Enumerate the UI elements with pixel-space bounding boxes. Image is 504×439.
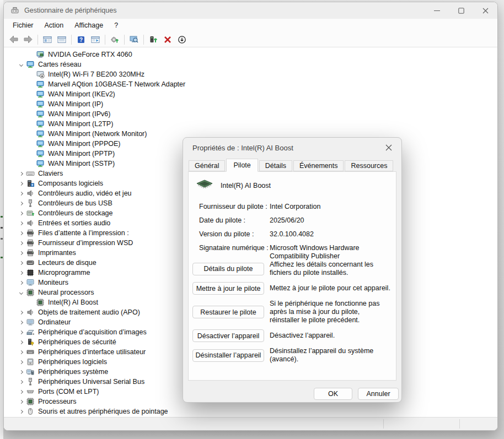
printer-icon [26,239,35,247]
ok-button[interactable]: OK [314,388,352,400]
tree-item[interactable]: Marvell AQtion 10GBASE-T Network Adapter [4,79,497,89]
tab-evenements[interactable]: Événements [293,160,344,171]
tree-item[interactable]: Cartes réseau [4,59,497,69]
menu-fichier[interactable]: Fichier [7,20,39,31]
chevron-right-icon[interactable] [16,238,26,248]
chevron-right-icon[interactable] [16,337,26,347]
tree-item-label: Périphériques logiciels [38,358,107,366]
tree-item[interactable]: WAN Miniport (L2TP) [4,119,497,129]
toolbar-separator [124,35,125,45]
tree-item-label: Ordinateur [38,318,71,326]
chevron-right-icon[interactable] [16,367,26,377]
tree-item-label: Lecteurs de disque [38,259,96,267]
tab-ressources[interactable]: Ressources [345,160,393,171]
chevron-right-icon[interactable] [16,397,26,407]
maximize-button[interactable] [449,2,473,19]
tree-item-label: Processeurs [38,398,76,405]
menu-action[interactable]: Action [39,20,69,31]
chevron-right-icon[interactable] [16,268,26,278]
close-button[interactable] [473,2,497,19]
chevron-right-icon[interactable] [16,307,26,317]
title-bar[interactable]: Gestionnaire de périphériques [4,2,497,19]
action-pane-icon[interactable] [88,33,103,46]
driver-action-row: Restaurer le piloteSi le périphérique ne… [192,300,391,324]
minimize-button[interactable] [425,2,449,19]
network-icon [36,149,45,158]
cancel-button[interactable]: Annuler [358,388,399,400]
update-driver-device-icon[interactable] [146,33,160,46]
console-tree-icon[interactable] [40,33,55,46]
chevron-down-icon[interactable] [16,288,26,297]
tab-pilote[interactable]: Pilote [226,159,258,172]
chevron-right-icon[interactable] [16,317,26,327]
chevron-right-icon[interactable] [16,387,26,397]
restaurer-le-pilote-button[interactable]: Restaurer le pilote [192,306,264,318]
properties-icon[interactable] [55,33,69,46]
menu-affichage[interactable]: Affichage [69,20,109,31]
tree-item-label: Périphériques système [38,368,108,376]
chevron-right-icon[interactable] [16,198,26,208]
chevron-right-icon[interactable] [16,278,26,288]
device-chip-icon [195,178,214,192]
chevron-right-icon[interactable] [16,248,26,258]
chevron-right-icon[interactable] [16,258,26,268]
forward-icon[interactable] [21,33,35,46]
chevron-down-icon[interactable] [16,59,26,69]
chip-icon [26,288,35,297]
desactiver-l-appareil-button[interactable]: Désactiver l’appareil [192,329,264,342]
status-divider [383,419,384,429]
tab-details[interactable]: Détails [259,160,292,171]
chevron-right-icon[interactable] [16,327,26,337]
tree-item-label: WAN Miniport (IPv6) [48,110,110,118]
dialog-close-icon[interactable] [383,142,395,154]
mettre-a-jour-le-pilote-button[interactable]: Mettre à jour le pilote [192,282,264,295]
desinstaller-l-appareil-button[interactable]: Désinstaller l’appareil [192,349,264,362]
network-icon [36,110,45,118]
device-manager-app-icon [10,6,19,15]
tree-item[interactable]: WAN Miniport (IP) [4,99,497,109]
tab-general[interactable]: Général [189,160,225,171]
menu-?[interactable]: ? [109,20,124,31]
tree-item-label: Intel(R) Wi-Fi 7 BE200 320MHz [48,71,144,78]
network-icon [36,80,45,89]
tree-item-label: Contrôleurs audio, vidéo et jeu [38,189,132,197]
tree-item[interactable]: WAN Miniport (IPv6) [4,109,497,119]
tree-item[interactable]: NVIDIA GeForce RTX 4060 [4,50,497,59]
help-icon[interactable]: ? [74,33,88,46]
tree-item[interactable]: Intel(R) Wi-Fi 7 BE200 320MHz [4,69,497,79]
chevron-right-icon[interactable] [16,169,26,178]
tree-item-label: Fournisseur d’impression WSD [38,239,133,247]
chevron-right-icon[interactable] [16,178,26,188]
status-divider [459,419,460,429]
security-icon [26,338,35,346]
keyboard-icon [26,169,35,178]
chevron-right-icon[interactable] [16,377,26,387]
tree-item[interactable]: WAN Miniport (IKEv2) [4,89,497,99]
chevron-right-icon[interactable] [16,228,26,238]
chevron-right-icon[interactable] [16,188,26,198]
chevron-right-icon[interactable] [16,357,26,367]
action-description: Désinstallez l’appareil du système (avan… [270,347,391,364]
chevron-right-icon[interactable] [16,347,26,357]
chevron-right-icon[interactable] [16,208,26,218]
tree-item[interactable]: Souris et autres périphériques de pointa… [4,407,497,416]
disable-device-icon[interactable] [175,33,189,46]
toolbar-separator [37,35,38,45]
chevron-right-icon[interactable] [16,407,26,416]
back-icon[interactable] [7,33,21,46]
device-name: Intel(R) AI Boost [221,182,271,189]
chevron-right-icon[interactable] [16,218,26,228]
uninstall-device-icon[interactable] [160,33,175,46]
dialog-title-bar[interactable]: Propriétés de : Intel(R) AI Boost [183,138,401,158]
software-device-icon [26,357,35,366]
chip-icon [26,397,35,406]
computer-icon [26,318,35,327]
field-value: 32.0.100.4082 [270,230,389,239]
status-bar [4,417,497,430]
details-du-pilote-button[interactable]: Détails du pilote [192,263,264,275]
field-label: Fournisseur du pilote : [199,203,270,211]
tree-item-label: WAN Miniport (IP) [48,100,103,108]
scan-hardware-icon[interactable] [127,33,141,46]
update-driver-gear-icon[interactable] [108,33,122,46]
tree-item-label: Périphériques de sécurité [38,338,116,346]
